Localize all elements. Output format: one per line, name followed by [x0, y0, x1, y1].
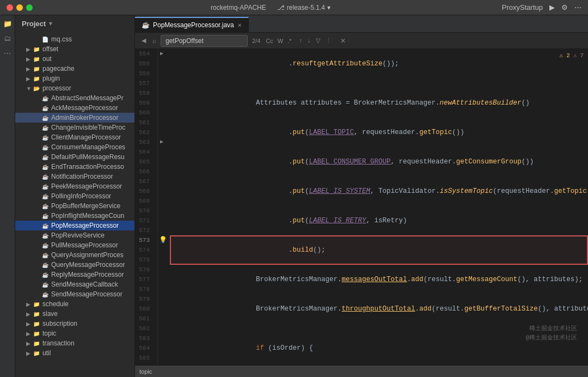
line-num-559: 559 [135, 98, 153, 108]
case-sensitive-option[interactable]: Cc [265, 38, 274, 44]
sidebar-item-pullmessage[interactable]: ☕ PullMessageProcessor [15, 240, 134, 250]
run-config[interactable]: ProxyStartup [502, 3, 543, 11]
code-line-561: .build(); [174, 235, 588, 265]
more-button[interactable]: ⋯ [574, 3, 581, 11]
sidebar-item-topic[interactable]: ▶ 📁 topic [15, 329, 134, 338]
traffic-lights [7, 4, 33, 11]
code-line-556: Attributes attributes = BrokerMetricsMan… [174, 88, 588, 118]
folder-icon: 📁 [33, 75, 40, 82]
folder-icon: 📁 [33, 310, 40, 318]
search-input[interactable] [161, 35, 248, 47]
sidebar-item-clientmanage[interactable]: ☕ ClientManageProcessor [15, 132, 134, 142]
more-tools-icon[interactable]: ⋯ [4, 49, 11, 57]
tree-label: PopMessageProcessor [51, 222, 119, 229]
line-numbers: 554 555 556 557 558 559 560 561 562 563 … [135, 49, 158, 365]
sidebar-item-util[interactable]: ▶ 📁 util [15, 348, 134, 358]
tab-close-icon[interactable]: ✕ [237, 22, 242, 28]
project-icon[interactable]: 📁 [3, 20, 12, 28]
tab-java-icon: ☕ [142, 21, 150, 29]
line-num-575: 575 [135, 255, 153, 265]
sidebar-item-querymessage[interactable]: ☕ QueryMessageProcessor [15, 260, 134, 270]
tab-bar: ☕ PopMessageProcessor.java ✕ [135, 15, 588, 33]
sidebar-item-offset[interactable]: ▶ 📁 offset [15, 44, 134, 54]
sidebar-item-peekmessage[interactable]: ☕ PeekMessageProcessor [15, 181, 134, 191]
error-icon: ⚠ [573, 51, 577, 60]
tree-label: out [42, 55, 52, 63]
sidebar-item-popbuffermerge[interactable]: ☕ PopBufferMergeService [15, 201, 134, 211]
sidebar-title: Project [22, 20, 46, 28]
sidebar-item-pagecache[interactable]: ▶ 📁 pagecache [15, 64, 134, 74]
sidebar-item-transaction[interactable]: ▶ 📁 transaction [15, 338, 134, 348]
tree-label: ClientManageProcessor [51, 133, 121, 141]
maximize-button[interactable] [26, 4, 33, 11]
minimize-button[interactable] [16, 4, 23, 11]
method-arrow-icon: ▶ [160, 49, 163, 59]
code-editor[interactable]: ⚠ 2 ⚠ 7 554 555 556 557 558 559 560 561 … [135, 49, 588, 365]
sidebar-item-plugin[interactable]: ▶ 📁 plugin [15, 74, 134, 83]
structure-icon[interactable]: 🗂 [4, 34, 11, 42]
word-option[interactable]: W [277, 38, 284, 44]
search-more-icon[interactable]: ⋮ [323, 37, 334, 44]
code-line-555 [174, 78, 588, 88]
sidebar-item-pollinginfo[interactable]: ☕ PollingInfoProcessor [15, 191, 134, 201]
sidebar-item-queryassignment[interactable]: ☕ QueryAssignmentProces [15, 250, 134, 260]
sidebar-item-endtransaction[interactable]: ☕ EndTransactionProcesso [15, 162, 134, 172]
sidebar-item-defaultpull[interactable]: ☕ DefaultPullMessageResu [15, 152, 134, 162]
tab-popmessageprocessor[interactable]: ☕ PopMessageProcessor.java ✕ [135, 17, 249, 32]
java-icon: ☕ [41, 202, 49, 210]
sidebar-item-subscription[interactable]: ▶ 📁 subscription [15, 319, 134, 329]
folder-icon: 📁 [33, 349, 40, 357]
regex-option[interactable]: .* [286, 38, 292, 44]
tab-label: PopMessageProcessor.java [153, 21, 234, 29]
sidebar-item-changeinvisible[interactable]: ☕ ChangeInvisibleTimeProc [15, 123, 134, 132]
sidebar-item-mqcss[interactable]: 📄 mq.css [15, 34, 134, 44]
sidebar-item-sendmessageprocessor[interactable]: ☕ SendMessageProcessor [15, 289, 134, 299]
run-button[interactable]: ▶ [549, 3, 555, 11]
expand-arrow-icon: ▶ [26, 46, 33, 52]
sidebar-item-slave[interactable]: ▶ 📁 slave [15, 309, 134, 319]
search-filter-icon[interactable]: ▽ [314, 37, 322, 44]
sidebar-item-popmessageprocessor[interactable]: ☕ PopMessageProcessor [15, 221, 134, 230]
line-num-584: 584 [135, 343, 153, 353]
tree-label: AdminBrokerProcessor [51, 114, 118, 121]
sidebar-item-poprevive[interactable]: ☕ PopReviveService [15, 230, 134, 240]
search-close-button[interactable]: ✕ [340, 37, 346, 45]
line-num-585: 585 [135, 353, 153, 363]
line-num-574: 574 [135, 245, 153, 255]
bulb-icon[interactable]: 💡 [159, 235, 167, 245]
sidebar-item-notification[interactable]: ☕ NotificationProcessor [15, 172, 134, 181]
expand-arrow-icon: ▶ [26, 301, 33, 307]
debug-button[interactable]: ⚙ [561, 3, 568, 11]
tree-label: QueryMessageProcessor [51, 261, 125, 269]
line-num-564: 564 [135, 147, 153, 157]
sidebar-item-out[interactable]: ▶ 📁 out [15, 54, 134, 64]
expand-arrow-icon: ▶ [26, 56, 33, 62]
sidebar-item-processor[interactable]: ▼ 📂 processor [15, 83, 134, 93]
tree-label: offset [42, 45, 58, 53]
java-icon: ☕ [41, 143, 49, 151]
status-bar: topic [135, 365, 588, 377]
sidebar-item-sendmessagecallback[interactable]: ☕ SendMessageCallback [15, 279, 134, 289]
line-num-557: 557 [135, 78, 153, 88]
line-num-583: 583 [135, 333, 153, 343]
expand-arrow-icon: ▶ [26, 66, 33, 72]
search-nav-left-icon[interactable]: ◀ [139, 37, 148, 44]
tree-label: PollingInfoProcessor [51, 192, 111, 200]
sidebar-item-popinflight[interactable]: ☕ PopInflightMessageCoun [15, 211, 134, 221]
branch-selector[interactable]: ⎇ release-5.1.4 ▾ [277, 4, 330, 11]
search-prev-icon[interactable]: ↑ [297, 37, 304, 44]
close-button[interactable] [7, 4, 13, 11]
sidebar-item-consumermanage[interactable]: ☕ ConsumerManageProces [15, 142, 134, 152]
sidebar-item-abstractsend[interactable]: ☕ AbstractSendMessagePr [15, 93, 134, 103]
tree-label: PeekMessageProcessor [51, 183, 122, 190]
sidebar-item-adminbroker[interactable]: ☕ AdminBrokerProcessor [15, 113, 134, 123]
sidebar-item-ackmessage[interactable]: ☕ AckMessageProcessor [15, 103, 134, 113]
sidebar: Project ▾ 📄 mq.css ▶ 📁 offset ▶ 📁 out ▶ [15, 15, 135, 377]
search-next-icon[interactable]: ↓ [305, 37, 313, 44]
folder-open-icon: 📂 [33, 84, 40, 92]
sidebar-item-replymessage[interactable]: ☕ ReplyMessageProcessor [15, 270, 134, 279]
git-branch-icon: ⎇ [277, 4, 285, 11]
sidebar-item-schedule[interactable]: ▶ 📁 schedule [15, 299, 134, 309]
expand-arrow-icon: ▶ [26, 311, 33, 317]
java-icon: ☕ [41, 94, 49, 102]
